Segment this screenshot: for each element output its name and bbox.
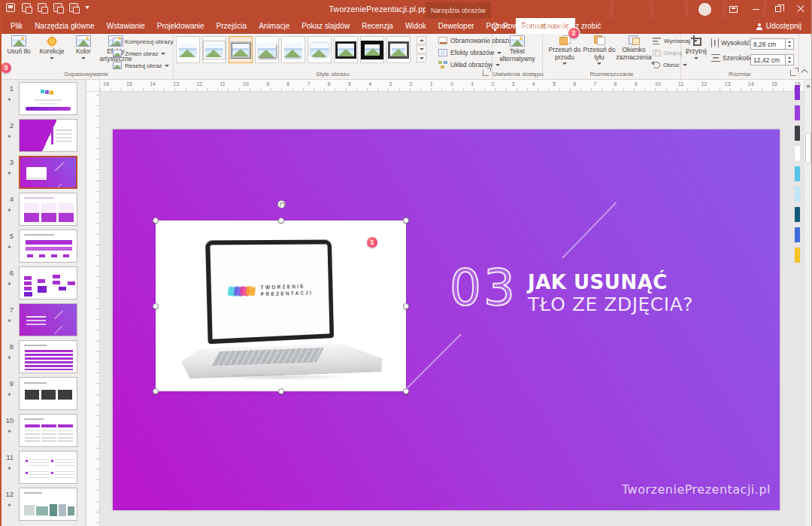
slide-thumbnail[interactable] [19, 340, 77, 373]
palette-swatch[interactable] [795, 248, 800, 263]
palette-swatch[interactable] [795, 227, 800, 242]
alt-text-button[interactable]: Tekst alternatywny [495, 35, 540, 62]
slide-thumbnail[interactable] [19, 156, 77, 189]
send-backward-button[interactable]: Przesuń do tyłu [583, 35, 616, 65]
close-button[interactable] [789, 0, 812, 18]
corrections-button[interactable]: Korekcje [35, 35, 69, 59]
rotation-handle[interactable] [277, 200, 286, 208]
reset-picture-button[interactable]: Resetuj obraz [113, 62, 169, 69]
tell-me-box[interactable]: Powiedz mi, co chcesz zrobić [492, 18, 601, 34]
color-button[interactable]: Kolor [71, 35, 96, 59]
selection-handle-n[interactable] [278, 217, 284, 223]
alt-text-icon [510, 35, 525, 47]
ribbon-display-options-button[interactable] [722, 0, 744, 18]
slide-thumbnail-item[interactable]: 4 ✦ [0, 190, 86, 227]
gallery-more-button[interactable] [417, 54, 426, 62]
height-input[interactable]: 8,28 cm [750, 38, 794, 50]
selection-pane-button[interactable]: Okienko zaznaczenia [616, 35, 652, 61]
selection-handle-nw[interactable] [153, 217, 159, 223]
slide-thumbnail-item[interactable]: 9 ✦ [0, 375, 86, 412]
slide-thumbnail-item[interactable]: 11 ✦ [0, 448, 86, 485]
scrollbar-thumb[interactable] [805, 132, 811, 164]
picture-style-thumbnail[interactable] [308, 36, 332, 63]
picture-style-thumbnail[interactable] [176, 36, 200, 63]
palette-swatch[interactable] [795, 105, 800, 120]
picture-style-thumbnail[interactable] [229, 36, 253, 63]
slide-thumbnail-item[interactable]: 8 ✦ [0, 338, 86, 375]
slide-thumbnail-item[interactable]: 6 ✦ [0, 264, 86, 301]
ribbon-tab[interactable]: Wstawianie [101, 18, 151, 34]
slide-thumbnail-item[interactable]: 10 ✦ [0, 412, 86, 448]
selection-handle-se[interactable] [403, 388, 409, 394]
slide-thumbnail[interactable] [19, 193, 77, 226]
selection-handle-ne[interactable] [403, 217, 409, 223]
slide-thumbnail-item[interactable]: 2 ✦ [0, 117, 86, 154]
width-spinner[interactable] [785, 55, 793, 65]
slide-thumbnail-item[interactable]: 1 ✦ [0, 80, 86, 117]
slide-thumbnail[interactable] [19, 230, 77, 263]
slide-thumbnail[interactable] [19, 82, 77, 115]
save-icon[interactable] [6, 3, 15, 12]
palette-swatch[interactable] [795, 187, 800, 202]
compress-pictures-button[interactable]: Kompresuj obrazy [113, 38, 173, 45]
crop-button[interactable]: Przytnij [684, 35, 708, 59]
ribbon-tab[interactable]: Deweloper [432, 18, 480, 34]
slide-thumbnail-item[interactable]: 5 ✦ [0, 227, 86, 264]
share-button[interactable]: Udostępnij [756, 18, 801, 34]
picture-style-thumbnail[interactable] [281, 36, 305, 63]
chapter-number-text[interactable]: 03 [450, 263, 517, 313]
height-spinner[interactable] [785, 39, 793, 49]
ribbon-tab[interactable]: Recenzja [356, 18, 399, 34]
slide-footer-text[interactable]: TworzeniePrezentacji.pl [622, 482, 771, 497]
selection-handle-w[interactable] [153, 303, 159, 309]
selection-handle-sw[interactable] [153, 388, 159, 394]
paste-icon[interactable] [22, 3, 31, 12]
duplicate-slide-icon[interactable] [53, 3, 62, 12]
bring-forward-button[interactable]: Przesuń do przodu [547, 35, 583, 65]
slide-thumbnail[interactable] [19, 488, 77, 521]
slide-title-textbox[interactable]: JAK USUNĄĆ TŁO ZE ZDJĘCIA? [528, 271, 693, 316]
account-avatar[interactable] [698, 3, 711, 16]
width-input[interactable]: 12,42 cm [750, 54, 794, 65]
slide-thumbnail[interactable] [19, 266, 77, 299]
remove-background-button[interactable]: Usuń tło [5, 35, 33, 56]
restore-button[interactable] [767, 0, 789, 18]
slide-thumbnail-item[interactable]: 12 ✦ [0, 485, 86, 522]
slide-thumbnail[interactable] [19, 451, 77, 484]
picture-style-thumbnail[interactable] [255, 36, 279, 63]
change-picture-button[interactable]: Zmień obraz [113, 50, 165, 57]
palette-swatch[interactable] [795, 146, 800, 161]
ribbon-tab[interactable]: Widok [399, 18, 432, 34]
collapse-ribbon-button[interactable] [801, 68, 807, 74]
slide-thumbnail-preview [20, 267, 77, 299]
slide-thumbnail-item[interactable]: 7 ✦ [0, 301, 86, 338]
selection-handle-s[interactable] [278, 388, 284, 394]
customize-qat-icon[interactable] [85, 6, 89, 9]
gallery-down-button[interactable] [417, 45, 426, 53]
palette-swatch[interactable] [795, 207, 800, 222]
slide-editing-surface[interactable]: TWORZENIE PREZENTACJI [113, 129, 780, 510]
slide-thumbnail[interactable] [19, 303, 77, 336]
slide-thumbnail[interactable] [19, 119, 77, 152]
slide-thumbnail-item[interactable]: 3 ✦ [0, 154, 86, 190]
copy-icon[interactable] [38, 3, 47, 12]
slide-thumbnail[interactable] [19, 377, 77, 410]
gallery-up-button[interactable] [417, 36, 426, 44]
new-slide-icon[interactable] [69, 3, 78, 12]
picture-style-thumbnail[interactable] [360, 36, 384, 63]
slide-thumbnail[interactable] [19, 414, 77, 447]
picture-style-thumbnail[interactable] [202, 36, 226, 63]
picture-style-thumbnail[interactable] [386, 36, 411, 63]
palette-swatch[interactable] [795, 166, 800, 181]
picture-style-thumbnail[interactable] [334, 36, 358, 63]
selection-handle-e[interactable] [403, 303, 409, 309]
ribbon-tab[interactable]: Animacje [253, 18, 295, 34]
minimize-button[interactable] [744, 0, 767, 18]
palette-swatch[interactable] [795, 126, 800, 141]
ribbon-tab[interactable]: Plik [5, 18, 29, 34]
ribbon-tab[interactable]: Pokaz slajdów [295, 18, 356, 34]
palette-swatch[interactable] [795, 85, 800, 100]
ribbon-tab[interactable]: Narzędzia główne [29, 18, 101, 34]
ribbon-tab[interactable]: Projektowanie [151, 18, 211, 34]
ribbon-tab[interactable]: Przejścia [211, 18, 253, 34]
